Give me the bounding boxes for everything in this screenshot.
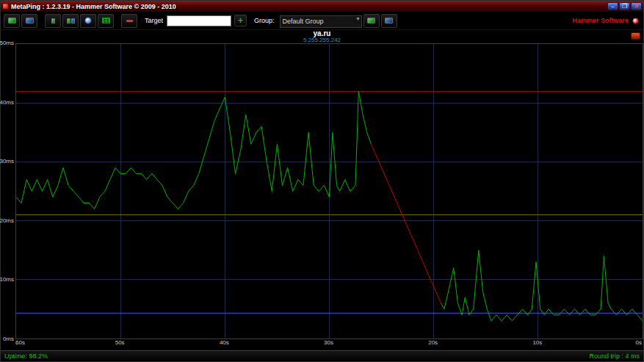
layout-single-button[interactable]	[45, 14, 61, 28]
group-select[interactable]: Default Group	[280, 15, 362, 28]
target-label: Target	[145, 17, 163, 24]
x-axis-labels: 60s50s40s30s20s10s0s	[15, 339, 642, 347]
edit-host-button[interactable]	[21, 14, 37, 28]
minus-icon	[126, 20, 133, 22]
toolbar: Target + Group: Default Group ▾ Hammer S…	[1, 12, 643, 30]
x-tick-label: 20s	[428, 340, 438, 346]
pie-view-button[interactable]	[80, 14, 96, 28]
save-group-icon	[367, 18, 375, 23]
grid-view-button[interactable]	[98, 14, 114, 28]
group-label: Group:	[254, 17, 275, 24]
metaping-window: MetaPing : 1.2.3.19 - Hammer Software © …	[0, 0, 644, 362]
statusbar: Uptime: 98.2% Round trip : 4 ms	[1, 350, 643, 361]
host-ip: 5.255.255.242	[303, 37, 341, 43]
x-tick-label: 10s	[532, 340, 542, 346]
maximize-button[interactable]: ❐	[619, 2, 630, 10]
remove-host-button[interactable]	[121, 14, 137, 28]
app-icon	[2, 3, 9, 10]
delete-group-icon	[385, 18, 393, 23]
delete-group-button[interactable]	[381, 14, 397, 28]
host-remove-button[interactable]	[631, 32, 640, 40]
x-tick-label: 40s	[220, 340, 229, 346]
x-tick-label: 30s	[324, 340, 333, 346]
layout-single-icon	[51, 18, 55, 23]
layout-two-column-icon	[67, 18, 75, 23]
x-tick-label: 0s	[636, 340, 642, 346]
ping-chart	[16, 44, 643, 339]
x-tick-label: 60s	[15, 340, 25, 346]
x-tick-label: 50s	[115, 340, 125, 346]
group-select-wrap: Default Group ▾	[280, 13, 362, 28]
y-tick-label: 50ms	[0, 40, 14, 46]
monitor-green-icon	[8, 18, 16, 23]
window-controls: – ❐ ✕	[607, 2, 642, 10]
grid-icon	[102, 18, 110, 23]
uptime-text: Uptime: 98.2%	[4, 352, 48, 360]
host-header: ya.ru 5.255.255.242	[1, 30, 643, 43]
target-input[interactable]	[167, 15, 231, 26]
close-button[interactable]: ✕	[631, 2, 642, 10]
y-tick-label: 20ms	[0, 218, 14, 224]
clock-icon	[84, 17, 92, 24]
plot-area: 50ms40ms30ms20ms10ms0ms	[1, 43, 643, 339]
y-axis-labels: 50ms40ms30ms20ms10ms0ms	[1, 43, 15, 339]
monitor-blue-icon	[26, 18, 34, 23]
brand-badge-icon	[632, 18, 639, 24]
titlebar[interactable]: MetaPing : 1.2.3.19 - Hammer Software © …	[1, 1, 643, 12]
y-tick-label: 40ms	[0, 100, 14, 106]
brand-text: Hammer Software	[572, 17, 629, 24]
plot-frame	[15, 43, 643, 339]
add-host-button[interactable]	[4, 14, 20, 28]
add-target-button[interactable]: +	[234, 15, 247, 26]
plus-icon: +	[238, 17, 243, 24]
window-title: MetaPing : 1.2.3.19 - Hammer Software © …	[11, 3, 176, 10]
y-tick-label: 10ms	[0, 277, 14, 283]
layout-two-column-button[interactable]	[62, 14, 79, 28]
round-trip-text: Round trip : 4 ms	[589, 352, 640, 360]
y-tick-label: 0ms	[3, 336, 14, 342]
y-tick-label: 30ms	[0, 159, 14, 164]
save-group-button[interactable]	[363, 14, 380, 28]
minimize-button[interactable]: –	[607, 2, 618, 10]
